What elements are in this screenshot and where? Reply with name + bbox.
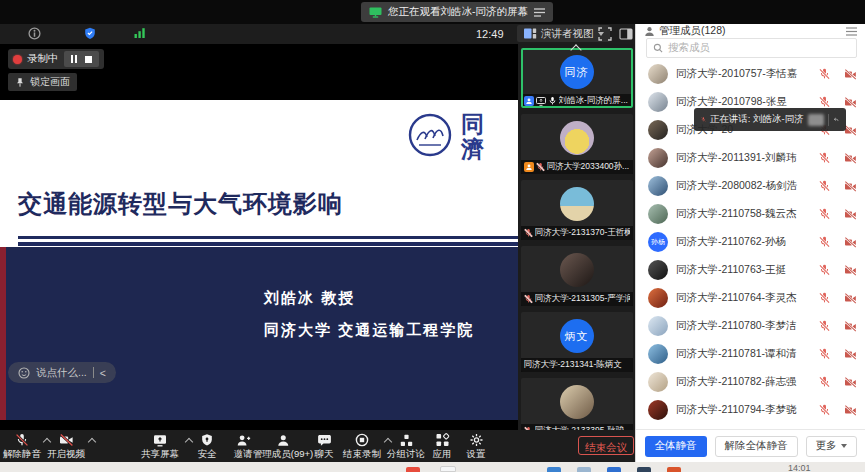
- taskbar-app-icon[interactable]: [547, 467, 561, 472]
- banner-text: 您正在观看刘皓冰-同济的屏幕: [388, 5, 528, 19]
- view-mode-button[interactable]: 演讲者视图: [517, 25, 610, 42]
- avatar-initials: 孙杨: [651, 237, 665, 247]
- video-tile[interactable]: 炳文 同济大学-2131341-陈炳文: [521, 312, 633, 372]
- member-name: 同济大学-2010798-张昱: [676, 95, 811, 109]
- taskbar-app-icon[interactable]: [667, 467, 681, 472]
- lock-view-button[interactable]: 锁定画面: [8, 73, 77, 91]
- more-button[interactable]: 更多: [806, 436, 857, 457]
- member-name: 同济大学-2110758-魏云杰: [676, 207, 811, 221]
- tongji-seal-icon: [407, 112, 453, 158]
- invite-person-icon: [236, 433, 250, 447]
- fullscreen-icon[interactable]: [598, 27, 612, 41]
- video-thumbnail-strip: 同济 刘皓冰-同济的屏...: [518, 44, 635, 430]
- member-row[interactable]: 孙杨 同济大学-2110762-孙杨: [636, 228, 865, 256]
- member-name: 同济大学-2110780-李梦洁: [676, 319, 811, 333]
- camera-off-icon[interactable]: [844, 153, 857, 164]
- screen-sharing-icon: [536, 96, 546, 106]
- end-meeting-button[interactable]: 结束会议: [578, 436, 634, 455]
- chat-button[interactable]: 聊天: [315, 433, 334, 461]
- recording-indicator: 录制中: [8, 49, 104, 69]
- mic-muted-icon[interactable]: [819, 376, 830, 388]
- member-row[interactable]: 同济大学-2110763-王挺: [636, 256, 865, 284]
- menu-icon[interactable]: [534, 8, 545, 17]
- video-tile[interactable]: 同济大学-2131305-严学润: [521, 246, 633, 306]
- meeting-info-icon[interactable]: [28, 27, 41, 40]
- taskbar-app-icon[interactable]: [577, 467, 591, 472]
- member-row[interactable]: 同济大学-2110781-谭和清: [636, 340, 865, 368]
- network-signal-icon[interactable]: [134, 27, 146, 39]
- mic-muted-icon[interactable]: [819, 152, 830, 164]
- mic-muted-icon[interactable]: [819, 180, 830, 192]
- settings-button[interactable]: 设置: [467, 433, 486, 461]
- camera-off-icon[interactable]: [844, 181, 857, 192]
- member-row[interactable]: 同济大学-2080082-杨剑浩: [636, 172, 865, 200]
- camera-off-icon[interactable]: [844, 293, 857, 304]
- mic-muted-icon[interactable]: [819, 236, 830, 248]
- member-row[interactable]: 同济大学-2010757-李恬嘉: [636, 60, 865, 88]
- apps-button[interactable]: 应用: [433, 433, 452, 461]
- speaking-toast: 正在讲话: 刘皓冰-同济: [694, 108, 846, 131]
- stop-recording-button[interactable]: [85, 56, 92, 63]
- reply-arrow-icon[interactable]: [833, 114, 839, 125]
- side-panel-toggle-icon[interactable]: [619, 27, 633, 41]
- mic-muted-icon[interactable]: [819, 320, 830, 332]
- start-video-button[interactable]: 开启视频: [47, 433, 85, 461]
- panel-menu-icon[interactable]: [846, 27, 857, 36]
- mic-muted-icon[interactable]: [819, 208, 830, 220]
- mic-muted-icon: [524, 228, 533, 238]
- member-row[interactable]: 同济大学-2110794-李梦骁: [636, 396, 865, 424]
- video-tile[interactable]: 同济 刘皓冰-同济的屏...: [521, 48, 633, 108]
- mic-muted-icon[interactable]: [819, 264, 830, 276]
- camera-off-icon[interactable]: [844, 237, 857, 248]
- taskbar-app-icon[interactable]: [406, 467, 420, 472]
- invite-button[interactable]: 邀请: [234, 433, 253, 461]
- member-row[interactable]: 同济大学-2110764-李灵杰: [636, 284, 865, 312]
- camera-off-icon[interactable]: [844, 405, 857, 416]
- camera-off-icon[interactable]: [844, 321, 857, 332]
- mic-muted-icon[interactable]: [819, 404, 830, 416]
- unmute-button[interactable]: 解除静音: [3, 433, 41, 461]
- video-tile[interactable]: 同济大学-2131370-王哲枫: [521, 180, 633, 240]
- mic-muted-icon[interactable]: [819, 292, 830, 304]
- chevron-up-icon[interactable]: [88, 438, 96, 446]
- member-row[interactable]: 同济大学-2011391-刘麟玮: [636, 144, 865, 172]
- status-bar: 12:49 演讲者视图: [0, 24, 635, 44]
- camera-off-icon[interactable]: [844, 69, 857, 80]
- camera-off-icon[interactable]: [844, 265, 857, 276]
- tile-avatar: 同济: [560, 55, 594, 89]
- chevron-up-icon[interactable]: [185, 438, 193, 446]
- mic-muted-icon[interactable]: [819, 348, 830, 360]
- camera-off-icon[interactable]: [844, 97, 857, 108]
- member-row[interactable]: 同济大学-2110758-魏云杰: [636, 200, 865, 228]
- member-avatar: [648, 120, 668, 140]
- breakout-rooms-button[interactable]: 分组讨论: [387, 433, 425, 461]
- security-shield-icon[interactable]: [84, 27, 96, 40]
- tile-name-bar: 同济大学-2131370-王哲枫: [521, 226, 633, 240]
- pause-recording-button[interactable]: [71, 55, 77, 63]
- member-row[interactable]: 同济大学-2110780-李梦洁: [636, 312, 865, 340]
- security-button[interactable]: 安全: [198, 433, 217, 461]
- watching-screen-banner[interactable]: 您正在观看刘皓冰-同济的屏幕: [361, 2, 553, 22]
- avatar-initials: 同济: [565, 65, 589, 80]
- mic-muted-icon[interactable]: [819, 68, 830, 80]
- video-tile[interactable]: 同济大学-2133395-耿骏: [521, 378, 633, 430]
- redacted-name-blur: [808, 114, 824, 126]
- member-row[interactable]: 同济大学-2110782-薛志强: [636, 368, 865, 396]
- camera-off-icon[interactable]: [844, 209, 857, 220]
- mute-all-button[interactable]: 全体静音: [645, 436, 707, 457]
- unmute-all-button[interactable]: 解除全体静音: [715, 436, 798, 457]
- collapse-chat-button[interactable]: <: [100, 367, 106, 379]
- camera-off-icon[interactable]: [844, 349, 857, 360]
- stop-recording-button[interactable]: 结束录制: [343, 433, 381, 461]
- camera-off-icon[interactable]: [844, 377, 857, 388]
- member-avatar: [648, 64, 668, 84]
- quick-chat-bubble[interactable]: 说点什么... <: [8, 362, 116, 383]
- manage-members-button[interactable]: 管理成员(99+): [253, 433, 313, 461]
- video-tile[interactable]: 同济大学2033400孙...: [521, 114, 633, 174]
- share-screen-button[interactable]: 共享屏幕: [141, 433, 179, 461]
- search-input[interactable]: 搜索成员: [646, 38, 857, 58]
- mic-muted-icon[interactable]: [819, 96, 830, 108]
- taskbar-app-icon[interactable]: [440, 466, 456, 472]
- taskbar-app-icon[interactable]: [637, 467, 651, 472]
- taskbar-app-icon[interactable]: [607, 467, 621, 472]
